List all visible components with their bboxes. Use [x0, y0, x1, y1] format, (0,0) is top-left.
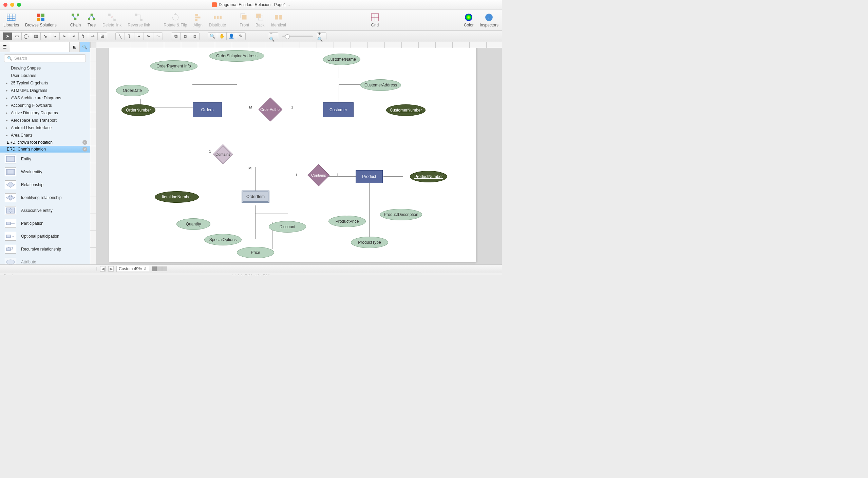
stencil-weak-entity[interactable]: Weak entity: [0, 165, 90, 178]
lib-item[interactable]: ▸Area Charts: [0, 132, 90, 139]
front-icon: [240, 13, 249, 22]
line1-button[interactable]: ╲: [115, 32, 125, 40]
ellipse-tool-button[interactable]: ◯: [22, 32, 31, 40]
entity-customer[interactable]: Customer: [323, 102, 354, 117]
lib-item[interactable]: ▸Active Directory Diagrams: [0, 109, 90, 117]
card-label: M: [249, 105, 252, 109]
line2-button[interactable]: ⤵: [125, 32, 134, 40]
attr-customername[interactable]: CustomerName: [323, 54, 360, 65]
attr-productnumber[interactable]: ProductNumber: [410, 171, 447, 182]
stencil-tab-chen[interactable]: ERD, Chen's notation×: [0, 146, 90, 153]
stencil-recursive-rel[interactable]: Recursive relationship: [0, 243, 90, 256]
attr-productprice[interactable]: ProductPrice: [328, 216, 366, 227]
page-prev-button[interactable]: ◀: [100, 266, 106, 272]
minimize-window-icon[interactable]: [10, 3, 14, 7]
rel-contains-item-product[interactable]: Contains: [307, 164, 329, 186]
page-tabs[interactable]: [152, 266, 167, 271]
group3-button[interactable]: ⧇: [190, 32, 200, 40]
zoom-in-button[interactable]: ＋🔍: [317, 32, 326, 40]
sidebar-view-grid-button[interactable]: ⊞: [70, 42, 80, 52]
text-tool-button[interactable]: ▦: [31, 32, 41, 40]
browse-solutions-icon: [36, 13, 45, 22]
sidebar-filter-field[interactable]: [10, 42, 70, 52]
svg-rect-50: [6, 235, 11, 238]
close-icon[interactable]: ×: [82, 140, 87, 145]
stencil-attribute[interactable]: Attribute: [0, 256, 90, 264]
attr-customeraddress[interactable]: CustomerAddress: [360, 79, 401, 91]
line3-button[interactable]: ⤷: [134, 32, 144, 40]
close-icon[interactable]: ×: [82, 147, 87, 152]
color-button[interactable]: Color: [464, 13, 474, 27]
stencil-relationship[interactable]: Relationship: [0, 178, 90, 191]
entity-product[interactable]: Product: [356, 170, 383, 183]
close-window-icon[interactable]: [3, 3, 7, 7]
entity-orders[interactable]: Orders: [193, 102, 222, 117]
conn6-button[interactable]: ⇢: [88, 32, 98, 40]
search-input[interactable]: 🔍 Search: [4, 54, 86, 62]
rel-contains-orders-item[interactable]: Contains: [213, 144, 233, 164]
attr-itemlinenumber[interactable]: ItemLineNumber: [155, 191, 199, 203]
lib-item[interactable]: ▸Accounting Flowcharts: [0, 102, 90, 109]
libraries-button[interactable]: Libraries: [3, 13, 19, 27]
group1-button[interactable]: ⧉: [171, 32, 181, 40]
conn3-button[interactable]: ⤷: [60, 32, 69, 40]
attr-quantity[interactable]: Quantity: [176, 218, 210, 230]
line5-button[interactable]: ⤳: [153, 32, 163, 40]
attr-orderpayment[interactable]: OrderPayment Info: [150, 60, 197, 72]
attr-orderdate[interactable]: OrderDate: [116, 85, 149, 96]
lib-item[interactable]: User Libraries: [0, 72, 90, 79]
rel-orderauthor[interactable]: OrderAuthor: [259, 98, 283, 122]
pointer-tool-button[interactable]: ➤: [3, 32, 12, 40]
inspectors-button[interactable]: iInspectors: [480, 13, 498, 27]
attr-ordershipping[interactable]: OrderShippingAddress: [209, 50, 264, 62]
conn4-button[interactable]: ⤶: [69, 32, 79, 40]
zoom-select[interactable]: Custom 49%⇳: [116, 266, 149, 272]
lib-item[interactable]: ▸25 Typical Orgcharts: [0, 79, 90, 87]
maximize-window-icon[interactable]: [17, 3, 21, 7]
rect-tool-button[interactable]: ▭: [12, 32, 22, 40]
canvas[interactable]: Orders Customer Product OrderItem OrderA…: [90, 42, 502, 264]
stencil-entity[interactable]: Entity: [0, 153, 90, 165]
attr-ordernumber[interactable]: OrderNumber: [121, 104, 155, 116]
lib-item[interactable]: Drawing Shapes: [0, 64, 90, 72]
entity-orderitem[interactable]: OrderItem: [242, 191, 269, 203]
lib-item[interactable]: ▸Aerospace and Transport: [0, 117, 90, 124]
conn1-button[interactable]: ↘: [41, 32, 50, 40]
stencil-assoc-entity[interactable]: Associative entity: [0, 204, 90, 217]
lib-item[interactable]: ▸Android User Interface: [0, 124, 90, 132]
attr-specialoptions[interactable]: SpecialOptions: [204, 234, 242, 245]
lib-item[interactable]: ▸ATM UML Diagrams: [0, 87, 90, 94]
stencil-optional-part[interactable]: Optional participation: [0, 230, 90, 243]
group2-button[interactable]: ⧈: [181, 32, 190, 40]
hand-tool-button[interactable]: ✋: [217, 32, 227, 40]
conn2-button[interactable]: ↳: [50, 32, 60, 40]
stencil-tab-crowsfoot[interactable]: ERD, crow's foot notation×: [0, 139, 90, 146]
conn5-button[interactable]: ↯: [79, 32, 88, 40]
chain-button[interactable]: Chain: [70, 13, 81, 27]
browse-solutions-button[interactable]: Browse Solutions: [25, 13, 57, 27]
chevron-down-icon[interactable]: ⌵: [288, 3, 290, 6]
zoom-tool-button[interactable]: 🔍: [208, 32, 217, 40]
attr-discount[interactable]: Discount: [269, 221, 306, 233]
page-next-button[interactable]: ▶: [108, 266, 114, 272]
line4-button[interactable]: ∿: [144, 32, 153, 40]
zoom-slider[interactable]: [282, 36, 313, 37]
conn7-button[interactable]: ⊞: [98, 32, 107, 40]
sidebar-view-outline-button[interactable]: ☰: [0, 42, 10, 52]
eyedropper-button[interactable]: 👤: [227, 32, 236, 40]
lib-item[interactable]: ▸AWS Architecture Diagrams: [0, 94, 90, 102]
stencil-identifying-rel[interactable]: Identifying relationship: [0, 191, 90, 204]
attr-customernumber[interactable]: CustomerNumber: [386, 104, 426, 116]
sidebar: ☰ ⊞ 🔍 🔍 Search Drawing Shapes User Libra…: [0, 42, 90, 264]
attr-productdescription[interactable]: ProductDescription: [380, 209, 422, 220]
attr-price[interactable]: Price: [237, 247, 274, 258]
pencil-button[interactable]: ✎: [236, 32, 246, 40]
stencil-participation[interactable]: Participation: [0, 217, 90, 230]
grid-button[interactable]: Grid: [370, 13, 380, 27]
window-title: Diagrama_Entidad_Relacion - Page1 ⌵: [212, 2, 290, 7]
zoom-out-button[interactable]: －🔍: [269, 32, 278, 40]
tree-button[interactable]: Tree: [87, 13, 96, 27]
sidebar-search-button[interactable]: 🔍: [80, 42, 90, 52]
svg-point-53: [6, 260, 15, 264]
attr-producttype[interactable]: ProductType: [351, 237, 388, 248]
